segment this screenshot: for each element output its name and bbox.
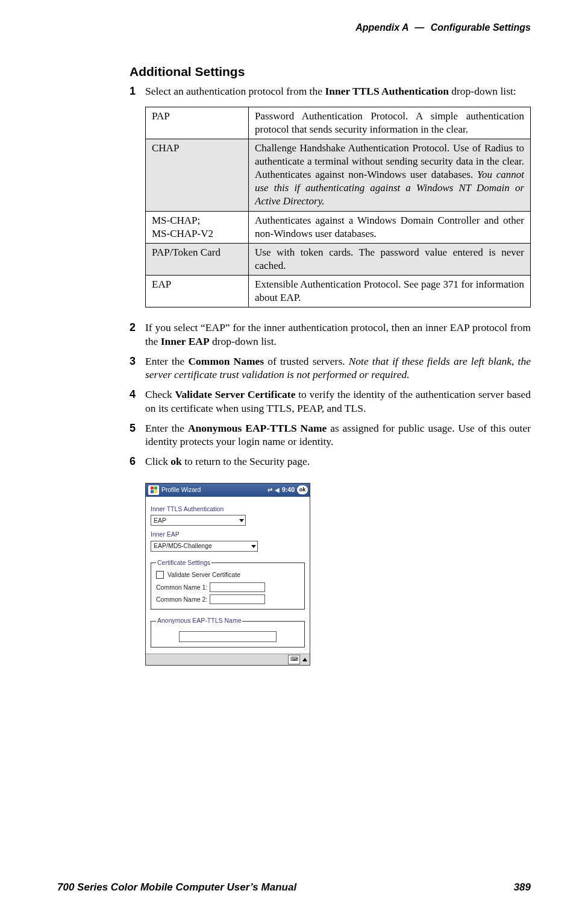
inner-eap-combo[interactable]: EAP/MD5-Challenge <box>151 541 258 552</box>
header-appendix: Appendix A <box>355 22 408 33</box>
protocol-desc: Password Authentication Protocol. A simp… <box>249 107 531 139</box>
step-2: 2 If you select “EAP” for the inner auth… <box>130 321 531 348</box>
protocol-desc: Challenge Handshake Authentication Proto… <box>249 139 531 211</box>
protocol-desc: Authenticates against a Windows Domain C… <box>249 211 531 243</box>
up-arrow-icon[interactable] <box>302 658 307 661</box>
table-row: MS-CHAP; MS-CHAP-V2 Authenticates agains… <box>146 211 531 243</box>
table-row: EAP Extensible Authentication Protocol. … <box>146 275 531 307</box>
step-bold: Validate Server Certificate <box>175 388 295 400</box>
protocol-desc: Extensible Authentication Protocol. See … <box>249 275 531 307</box>
volume-icon[interactable]: ◀ <box>275 486 280 494</box>
sip-bar: ⌨ <box>146 654 310 665</box>
protocol-name: PAP/Token Card <box>146 243 249 275</box>
step-bold: ok <box>170 455 181 467</box>
protocol-name: MS-CHAP; MS-CHAP-V2 <box>146 211 249 243</box>
window-title: Profile Wizard <box>161 486 265 494</box>
protocol-name: EAP <box>146 275 249 307</box>
header-title: Configurable Settings <box>431 22 531 33</box>
client-area: Inner TTLS Authentication EAP Inner EAP … <box>146 497 310 654</box>
common-name-1-label: Common Name 1: <box>156 584 207 592</box>
protocol-table: PAP Password Authentication Protocol. A … <box>145 107 531 307</box>
chevron-down-icon <box>251 545 256 548</box>
step-bold: Anonymous EAP-TTLS Name <box>188 422 327 434</box>
anonymous-name-group: Anonymous EAP-TTLS Name <box>151 617 305 648</box>
certificate-settings-legend: Certificate Settings <box>156 559 211 567</box>
step-number: 1 <box>130 84 136 98</box>
protocol-name: CHAP <box>146 139 249 211</box>
validate-cert-checkbox[interactable] <box>156 571 164 579</box>
steps-list: 1 Select an authentication protocol from… <box>130 84 531 468</box>
inner-ttls-combo[interactable]: EAP <box>151 515 246 526</box>
step-text: Enter the <box>145 422 188 434</box>
step-text: Select an authentication protocol from t… <box>145 85 325 97</box>
step-number: 3 <box>130 355 136 368</box>
step-1: 1 Select an authentication protocol from… <box>130 84 531 307</box>
certificate-settings-group: Certificate Settings Validate Server Cer… <box>151 559 305 610</box>
step-6: 6 Click ok to return to the Security pag… <box>130 455 531 468</box>
step-text-mid: of trusted servers. <box>264 355 349 367</box>
connectivity-icon[interactable]: ⇄ <box>267 486 272 494</box>
ok-button[interactable]: ok <box>297 485 308 494</box>
table-row: PAP Password Authentication Protocol. A … <box>146 107 531 139</box>
common-name-2-label: Common Name 2: <box>156 596 207 604</box>
inner-eap-label: Inner EAP <box>151 531 305 539</box>
section-heading: Additional Settings <box>130 63 531 80</box>
validate-cert-label: Validate Server Certificate <box>167 571 240 579</box>
start-icon[interactable] <box>148 485 159 495</box>
anonymous-name-legend: Anonymous EAP-TTLS Name <box>156 617 242 625</box>
step-text-post: drop-down list: <box>449 85 516 97</box>
step-number: 5 <box>130 421 136 435</box>
running-header: Appendix A — Configurable Settings <box>57 22 531 34</box>
combo-value: EAP/MD5-Challenge <box>154 542 212 550</box>
window-titlebar: Profile Wizard ⇄ ◀ 9:40 ok <box>146 484 310 497</box>
step-number: 6 <box>130 455 136 468</box>
step-number: 4 <box>130 388 136 402</box>
table-row: CHAP Challenge Handshake Authentication … <box>146 139 531 211</box>
main-content: Additional Settings 1 Select an authenti… <box>130 63 531 666</box>
step-5: 5 Enter the Anonymous EAP-TTLS Name as a… <box>130 421 531 449</box>
device-screenshot: Profile Wizard ⇄ ◀ 9:40 ok Inner TTLS Au… <box>145 483 310 666</box>
step-bold: Inner TTLS Authentication <box>325 85 449 97</box>
step-text: Click <box>145 455 170 467</box>
step-text-post: to return to the Security page. <box>182 455 310 467</box>
keyboard-icon[interactable]: ⌨ <box>288 655 300 664</box>
inner-ttls-label: Inner TTLS Authentication <box>151 505 305 514</box>
table-row: PAP/Token Card Use with token cards. The… <box>146 243 531 275</box>
common-name-1-input[interactable] <box>210 582 265 592</box>
header-dash: — <box>411 22 428 33</box>
step-4: 4 Check Validate Server Certificate to v… <box>130 388 531 415</box>
anonymous-name-input[interactable] <box>179 631 277 642</box>
common-name-2-input[interactable] <box>210 594 265 604</box>
chevron-down-icon <box>239 519 244 522</box>
step-text: Check <box>145 388 175 400</box>
page-footer: 700 Series Color Mobile Computer User’s … <box>57 881 531 894</box>
step-3: 3 Enter the Common Names of trusted serv… <box>130 355 531 382</box>
clock: 9:40 <box>282 486 295 494</box>
combo-value: EAP <box>154 517 166 525</box>
step-bold: Common Names <box>188 355 264 367</box>
footer-manual-title: 700 Series Color Mobile Computer User’s … <box>57 881 296 894</box>
step-text-post: drop-down list. <box>210 335 277 347</box>
step-number: 2 <box>130 321 136 335</box>
step-bold: Inner EAP <box>161 335 210 347</box>
protocol-name: PAP <box>146 107 249 139</box>
step-text: Enter the <box>145 355 188 367</box>
protocol-desc: Use with token cards. The password value… <box>249 243 531 275</box>
footer-page-number: 389 <box>514 881 531 894</box>
